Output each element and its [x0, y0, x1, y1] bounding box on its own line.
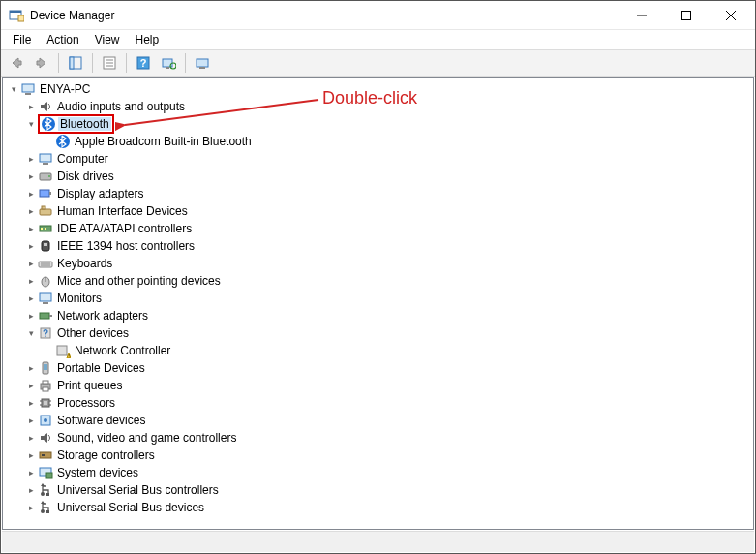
- scan-hardware-button[interactable]: [157, 52, 180, 74]
- back-button[interactable]: [5, 52, 28, 74]
- expander-icon[interactable]: ▸: [24, 292, 38, 305]
- tree-item-usb-devices[interactable]: ▸ Universal Serial Bus devices: [3, 499, 753, 516]
- expander-icon[interactable]: ▸: [24, 414, 38, 427]
- expander-icon[interactable]: ▸: [24, 483, 38, 497]
- tree-item-sound[interactable]: ▸ Sound, video and game controllers: [3, 429, 753, 446]
- svg-rect-37: [39, 262, 52, 267]
- tree-label: System devices: [55, 466, 140, 479]
- expander-icon[interactable]: ▸: [24, 239, 38, 253]
- speaker-icon: [38, 99, 53, 114]
- show-hidden-devices-button[interactable]: [191, 52, 214, 74]
- tree-label: IEEE 1394 host controllers: [55, 239, 197, 253]
- tree-item-portable[interactable]: ▸ Portable Devices: [3, 359, 753, 377]
- svg-rect-8: [70, 57, 74, 69]
- expander-icon[interactable]: ▸: [24, 361, 38, 375]
- tree-item-other-child[interactable]: ! Network Controller: [3, 342, 753, 359]
- svg-marker-73: [41, 501, 45, 504]
- svg-rect-16: [166, 67, 169, 69]
- tree-item-usb-controllers[interactable]: ▸ Universal Serial Bus controllers: [3, 481, 753, 499]
- device-tree[interactable]: ▾ ENYA-PC ▸ Audio inputs and outputs ▾ B…: [2, 77, 754, 530]
- svg-rect-18: [197, 59, 208, 67]
- expander-icon[interactable]: ▸: [24, 100, 38, 113]
- tree-item-ieee1394[interactable]: ▸ IEEE 1394 host controllers: [3, 237, 753, 255]
- maximize-button[interactable]: [664, 1, 709, 30]
- expander-icon[interactable]: ▾: [24, 117, 38, 131]
- tree-item-display[interactable]: ▸ Display adapters: [3, 185, 753, 202]
- svg-marker-70: [41, 483, 45, 486]
- show-hide-console-tree-button[interactable]: [64, 52, 87, 74]
- mouse-icon: [38, 273, 53, 289]
- tree-item-storage[interactable]: ▸ Storage controllers: [3, 446, 753, 464]
- expander-icon[interactable]: ▸: [24, 152, 38, 166]
- svg-text:?: ?: [43, 328, 48, 339]
- storage-controller-icon: [38, 447, 53, 463]
- expander-icon[interactable]: ▸: [24, 431, 38, 445]
- svg-text:?: ?: [140, 57, 147, 69]
- tree-item-processors[interactable]: ▸ Processors: [3, 394, 753, 412]
- svg-rect-48: [57, 346, 67, 355]
- close-button[interactable]: [709, 1, 753, 30]
- expander-icon[interactable]: ▸: [24, 222, 38, 235]
- printer-icon: [38, 378, 53, 393]
- tree-item-computer[interactable]: ▸ Computer: [3, 150, 753, 168]
- toolbar-separator: [185, 53, 186, 73]
- expander-icon[interactable]: ▸: [24, 466, 38, 479]
- help-button[interactable]: ?: [132, 52, 155, 74]
- tree-item-hid[interactable]: ▸ Human Interface Devices: [3, 202, 753, 220]
- menu-help[interactable]: Help: [128, 31, 167, 48]
- tree-label: Storage controllers: [55, 448, 157, 462]
- tree-item-software-devices[interactable]: ▸ Software devices: [3, 412, 753, 429]
- expander-icon[interactable]: ▸: [24, 169, 38, 183]
- tree-label: Bluetooth: [58, 117, 111, 131]
- expander-icon[interactable]: ▸: [24, 396, 38, 410]
- svg-rect-28: [40, 190, 49, 197]
- speaker-icon: [38, 430, 53, 446]
- tree-item-ide[interactable]: ▸ IDE ATA/ATAPI controllers: [3, 220, 753, 237]
- expander-icon[interactable]: ▸: [24, 204, 38, 218]
- tree-root[interactable]: ▾ ENYA-PC: [3, 80, 753, 98]
- expander-icon[interactable]: ▸: [24, 187, 38, 200]
- tree-label: Human Interface Devices: [55, 204, 190, 218]
- tree-label: Display adapters: [55, 187, 145, 200]
- minimize-button[interactable]: [620, 1, 664, 30]
- tree-item-monitors[interactable]: ▸ Monitors: [3, 290, 753, 307]
- tree-item-bluetooth-child[interactable]: Apple Broadcom Built-in Bluetooth: [3, 133, 753, 150]
- ide-icon: [38, 221, 53, 236]
- expander-icon[interactable]: ▾: [7, 82, 20, 96]
- tree-label: Universal Serial Bus devices: [55, 501, 206, 514]
- expander-icon[interactable]: ▸: [24, 379, 38, 392]
- tree-label: Sound, video and game controllers: [55, 431, 238, 445]
- tree-item-system[interactable]: ▸ System devices: [3, 464, 753, 481]
- tree-item-audio[interactable]: ▸ Audio inputs and outputs: [3, 98, 753, 115]
- svg-rect-69: [46, 493, 49, 496]
- tree-item-disk[interactable]: ▸ Disk drives: [3, 168, 753, 185]
- menu-action[interactable]: Action: [39, 31, 86, 48]
- properties-button[interactable]: [98, 52, 121, 74]
- svg-rect-64: [40, 452, 51, 458]
- bluetooth-icon: [55, 134, 71, 149]
- toolbar-separator: [58, 53, 59, 73]
- forward-button[interactable]: [30, 52, 53, 74]
- tree-label: Disk drives: [55, 169, 116, 183]
- expander-icon[interactable]: ▾: [24, 326, 38, 340]
- expander-icon[interactable]: ▸: [24, 309, 38, 323]
- window-title: Device Manager: [30, 9, 620, 22]
- disk-icon: [38, 169, 53, 184]
- expander-icon[interactable]: ▸: [24, 274, 38, 288]
- svg-rect-20: [22, 84, 34, 92]
- tree-item-other-devices[interactable]: ▾ ? Other devices: [3, 324, 753, 342]
- monitor-icon: [38, 151, 53, 167]
- title-bar: Device Manager: [1, 1, 755, 30]
- expander-icon[interactable]: ▸: [24, 257, 38, 270]
- expander-icon[interactable]: ▸: [24, 448, 38, 462]
- tree-item-print-queues[interactable]: ▸ Print queues: [3, 377, 753, 394]
- svg-rect-52: [44, 364, 47, 370]
- tree-item-keyboards[interactable]: ▸ Keyboards: [3, 255, 753, 272]
- tree-item-network-adapters[interactable]: ▸ Network adapters: [3, 307, 753, 324]
- menu-view[interactable]: View: [87, 31, 128, 48]
- menu-file[interactable]: File: [5, 31, 39, 48]
- expander-icon[interactable]: ▸: [24, 501, 38, 514]
- toolbar-separator: [92, 53, 93, 73]
- tree-item-bluetooth[interactable]: ▾ Bluetooth: [3, 115, 753, 133]
- tree-item-mice[interactable]: ▸ Mice and other pointing devices: [3, 272, 753, 290]
